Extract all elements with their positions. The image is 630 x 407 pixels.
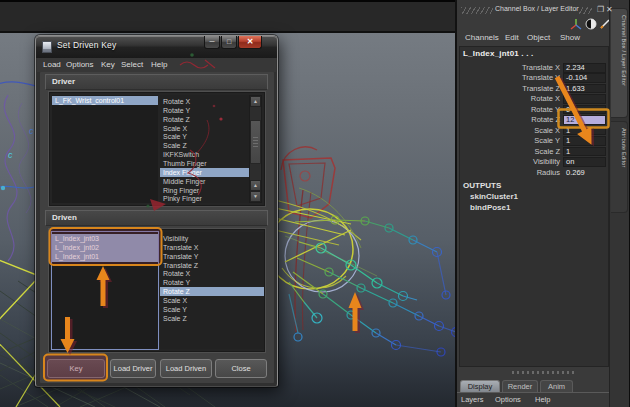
dialog-title: Set Driven Key: [57, 40, 117, 50]
driven-attr-item[interactable]: Rotate Y: [160, 278, 264, 287]
channel-value[interactable]: 1.633: [563, 84, 606, 94]
driver-attr-item[interactable]: Scale Z: [160, 141, 249, 150]
set-driven-key-window: Set Driven Key ─ □ ✕ Load Options Key Se…: [35, 35, 278, 387]
driven-attr-item[interactable]: Translate Z: [160, 261, 264, 270]
panel-icon-row: [457, 17, 609, 31]
driven-attr-item[interactable]: Scale Y: [160, 305, 264, 314]
driven-attr-item[interactable]: Scale Z: [160, 314, 264, 323]
channel-value[interactable]: 1: [563, 136, 606, 146]
driven-label: Driven: [52, 213, 77, 222]
driver-attr-item[interactable]: Scale X: [160, 124, 249, 133]
svg-text:c: c: [8, 150, 13, 160]
panel-title: Channel Box / Layer Editor: [495, 5, 579, 12]
tab-channel-box-layer-editor[interactable]: Channel Box / Layer Editor: [611, 8, 628, 118]
driven-attr-item[interactable]: Translate Y: [160, 252, 264, 261]
close-dialog-button[interactable]: Close: [215, 359, 267, 378]
driven-attr-item[interactable]: Translate X: [160, 243, 264, 252]
driver-section-header[interactable]: Driver: [45, 74, 268, 90]
driver-attr-item[interactable]: Scale Y: [160, 132, 249, 141]
driven-object-item[interactable]: L_Index_jnt01: [52, 252, 158, 261]
menu-show[interactable]: Show: [560, 33, 580, 42]
driver-attr-item[interactable]: IKFKSwitch: [160, 150, 249, 159]
minimize-button[interactable]: ─: [204, 36, 220, 49]
tab-divider: [457, 392, 609, 393]
channel-label: Radius: [537, 168, 560, 178]
driven-object-list[interactable]: L_Index_jnt03 L_Index_jnt02 L_Index_jnt0…: [52, 232, 158, 349]
menu-object[interactable]: Object: [527, 33, 550, 42]
channel-value[interactable]: -0.104: [563, 73, 606, 83]
driver-attr-item-selected[interactable]: Index Finger: [160, 168, 249, 177]
channel-value[interactable]: 0.269: [563, 168, 606, 178]
driver-object-list[interactable]: L_FK_Wrist_control01: [52, 95, 158, 203]
channel-value-rotate-z[interactable]: 12: [563, 115, 606, 125]
output-item[interactable]: bindPose1: [470, 203, 510, 212]
scroll-up-button2[interactable]: ▲: [250, 180, 261, 191]
key-button[interactable]: Key: [47, 359, 105, 378]
channel-label: Rotate X: [531, 94, 560, 104]
channel-label: Rotate Y: [531, 105, 560, 115]
channel-value[interactable]: 0: [563, 94, 606, 104]
menu-help[interactable]: Help: [151, 60, 167, 69]
scroll-down-button[interactable]: ▼: [250, 191, 261, 202]
load-driven-button[interactable]: Load Driven: [160, 359, 212, 378]
driven-lists: L_Index_jnt03 L_Index_jnt02 L_Index_jnt0…: [49, 229, 265, 352]
driver-attr-item[interactable]: Ring Finger: [160, 186, 249, 195]
window-icon: [42, 41, 52, 53]
channel-box-body: L_Index_jnt01 . . . Translate X2.234 Tra…: [459, 46, 609, 367]
close-panel-icon[interactable]: ✕: [606, 5, 613, 14]
driven-attr-item[interactable]: Scale X: [160, 296, 264, 305]
driver-attr-list[interactable]: Rotate X Rotate Y Rotate Z Scale X Scale…: [160, 95, 249, 203]
menu-layer-help[interactable]: Help: [535, 395, 550, 404]
channel-label: Translate Z: [522, 84, 560, 94]
menu-channels[interactable]: Channels: [465, 33, 499, 42]
load-driver-button[interactable]: Load Driver: [110, 359, 156, 378]
scroll-thumb[interactable]: [250, 120, 261, 164]
channel-label: Translate X: [522, 63, 560, 73]
driven-section-header[interactable]: Driven: [45, 210, 268, 226]
menu-key[interactable]: Key: [101, 60, 115, 69]
outputs-label: OUTPUTS: [463, 181, 501, 190]
drag-handle-texture: [578, 7, 592, 14]
channel-label: Scale Z: [535, 147, 560, 157]
driver-attr-scrollbar[interactable]: ▲ ▲ ▼: [249, 95, 262, 203]
menu-options[interactable]: Options: [66, 60, 94, 69]
dialog-titlebar[interactable]: Set Driven Key ─ □ ✕: [36, 36, 277, 58]
driver-attr-item[interactable]: Middle Finger: [160, 177, 249, 186]
menu-layer-options[interactable]: Options: [495, 395, 521, 404]
tab-attribute-editor[interactable]: Attribute Editor: [611, 121, 628, 213]
maximize-button[interactable]: □: [221, 36, 237, 49]
driven-attr-item-selected[interactable]: Rotate Z: [160, 287, 264, 296]
output-item[interactable]: skinCluster1: [470, 192, 518, 201]
channel-value[interactable]: 0: [563, 105, 606, 115]
driver-attr-item[interactable]: Thumb Finger: [160, 159, 249, 168]
driver-attr-item[interactable]: Rotate X: [160, 97, 249, 106]
driver-attr-item[interactable]: Pinky Finger: [160, 194, 249, 203]
driven-object-item[interactable]: L_Index_jnt02: [52, 243, 158, 252]
driver-attr-item[interactable]: Rotate Z: [160, 115, 249, 124]
menu-layers[interactable]: Layers: [461, 395, 484, 404]
driver-label: Driver: [52, 77, 75, 86]
menu-edit[interactable]: Edit: [505, 33, 519, 42]
contrast-icon[interactable]: [585, 18, 597, 30]
close-button[interactable]: ✕: [238, 36, 262, 49]
axis-icon[interactable]: [570, 18, 582, 30]
restore-panel-icon[interactable]: ❐: [597, 5, 604, 14]
driven-object-item[interactable]: L_Index_jnt03: [52, 234, 158, 243]
menu-select[interactable]: Select: [121, 60, 143, 69]
panel-splitter-handle[interactable]: [512, 371, 574, 374]
scroll-up-button[interactable]: ▲: [250, 96, 261, 107]
driver-attr-item[interactable]: Rotate Y: [160, 106, 249, 115]
panel-header[interactable]: Channel Box / Layer Editor ❐ ✕: [457, 2, 609, 17]
menu-load[interactable]: Load: [43, 60, 61, 69]
channel-object-name[interactable]: L_Index_jnt01 . . .: [463, 49, 534, 58]
driven-attr-item[interactable]: Rotate X: [160, 269, 264, 278]
driven-attr-list[interactable]: Visibility Translate X Translate Y Trans…: [160, 232, 264, 349]
channel-value[interactable]: on: [563, 157, 606, 167]
channel-value[interactable]: 2.234: [563, 63, 606, 73]
svg-text:c: c: [29, 126, 34, 136]
channel-box-panel: Channel Box / Layer Editor ❐ ✕ Channels …: [455, 0, 630, 407]
driven-attr-item[interactable]: Visibility: [160, 234, 264, 243]
driver-object-item[interactable]: L_FK_Wrist_control01: [52, 96, 158, 105]
channel-value[interactable]: 1: [563, 126, 606, 136]
channel-value[interactable]: 1: [563, 147, 606, 157]
